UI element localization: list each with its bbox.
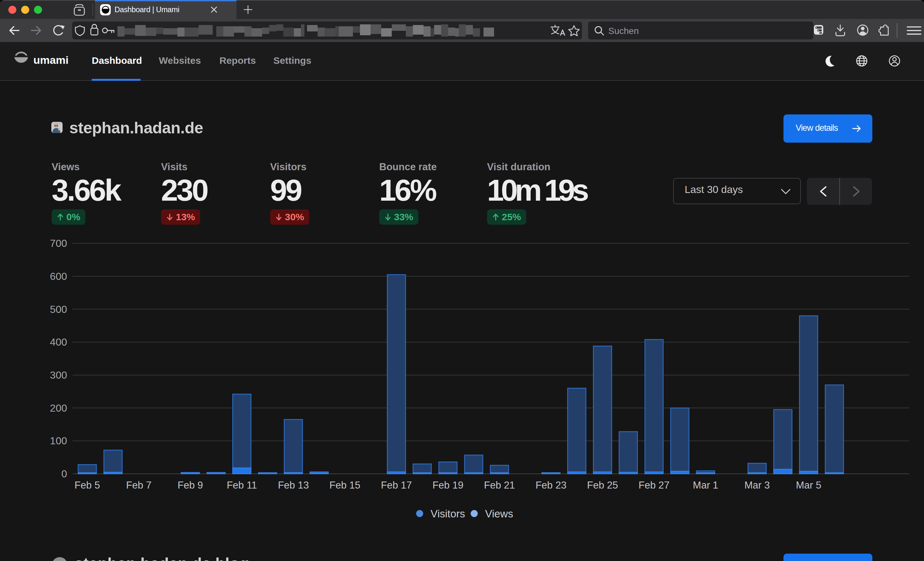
svg-text:Feb 27: Feb 27 — [639, 480, 670, 491]
svg-text:Feb 23: Feb 23 — [536, 480, 567, 491]
svg-text:600: 600 — [50, 271, 67, 282]
svg-text:500: 500 — [50, 304, 67, 315]
svg-text:Mar 5: Mar 5 — [796, 480, 821, 491]
svg-text:Feb 13: Feb 13 — [278, 480, 309, 491]
svg-text:Feb 17: Feb 17 — [381, 480, 412, 491]
svg-text:Mar 1: Mar 1 — [693, 480, 718, 491]
svg-text:100: 100 — [50, 435, 67, 447]
svg-text:Feb 5: Feb 5 — [74, 480, 100, 491]
svg-text:Feb 9: Feb 9 — [178, 480, 203, 491]
svg-text:Visitors: Visitors — [430, 508, 465, 520]
svg-text:Feb 21: Feb 21 — [484, 480, 515, 491]
svg-text:Views: Views — [485, 508, 513, 520]
svg-text:Mar 3: Mar 3 — [744, 480, 770, 491]
svg-text:Feb 7: Feb 7 — [126, 480, 152, 491]
svg-text:700: 700 — [50, 238, 67, 249]
svg-text:200: 200 — [50, 402, 67, 414]
svg-text:0: 0 — [61, 468, 67, 480]
svg-text:Feb 19: Feb 19 — [432, 480, 464, 491]
svg-text:Feb 11: Feb 11 — [227, 480, 257, 491]
svg-text:Feb 15: Feb 15 — [330, 480, 361, 491]
svg-text:Feb 25: Feb 25 — [587, 480, 618, 491]
svg-text:400: 400 — [50, 336, 67, 348]
svg-text:300: 300 — [50, 369, 67, 381]
